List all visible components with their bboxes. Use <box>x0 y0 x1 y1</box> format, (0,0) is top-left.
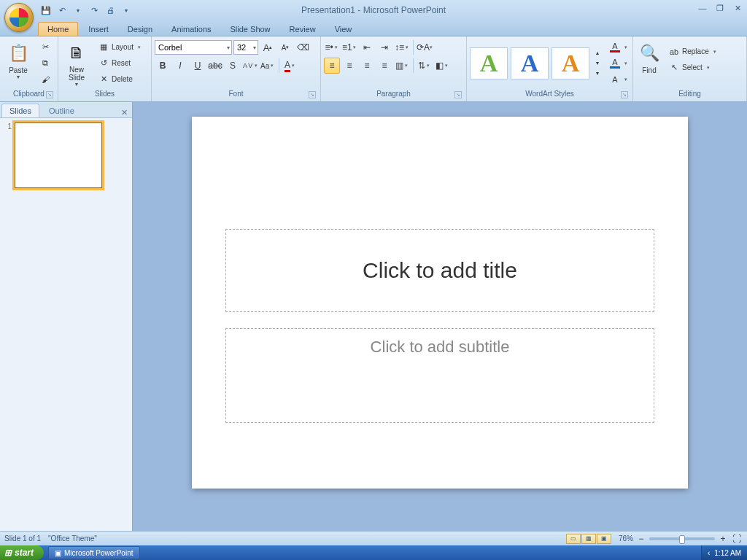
convert-smartart-button[interactable]: ◧▾ <box>434 58 450 74</box>
dialog-launcher-icon[interactable]: ↘ <box>621 91 628 98</box>
format-painter-button[interactable]: 🖌 <box>36 71 55 87</box>
office-button[interactable] <box>4 3 34 32</box>
tray-expand-icon[interactable]: ‹ <box>708 549 710 557</box>
paste-button[interactable]: 📋 Paste ▼ <box>3 39 34 88</box>
quick-print-icon[interactable]: 🖨 <box>104 4 117 17</box>
close-button[interactable]: ✕ <box>731 3 744 13</box>
tab-animations[interactable]: Animations <box>163 23 220 36</box>
tab-slideshow[interactable]: Slide Show <box>222 23 279 36</box>
group-label: Clipboard <box>13 90 44 98</box>
close-panel-icon[interactable]: ✕ <box>121 108 128 117</box>
new-slide-button[interactable]: 🗎 New Slide ▼ <box>61 39 92 88</box>
dialog-launcher-icon[interactable]: ↘ <box>46 91 53 98</box>
sorter-view-button[interactable]: ▦ <box>581 534 596 544</box>
clock: 1:12 AM <box>714 549 741 557</box>
subtitle-placeholder[interactable]: Click to add subtitle <box>225 328 654 423</box>
window-title: Presentation1 - Microsoft PowerPoint <box>301 5 446 15</box>
undo-icon[interactable]: ↶ <box>55 4 69 17</box>
tab-design[interactable]: Design <box>119 23 161 36</box>
increase-indent-button[interactable]: ⇥ <box>376 39 392 55</box>
binoculars-icon: 🔍 <box>638 42 661 65</box>
taskbar-app-powerpoint[interactable]: ▣ Microsoft PowerPoint <box>48 546 139 559</box>
dialog-launcher-icon[interactable]: ↘ <box>309 91 316 98</box>
redo-icon[interactable]: ↷ <box>88 4 101 17</box>
bullets-button[interactable]: ≡•▾ <box>324 39 340 55</box>
tab-view[interactable]: View <box>326 23 361 36</box>
taskbar: ⊞ start ▣ Microsoft PowerPoint ‹ 1:12 AM <box>0 545 747 560</box>
decrease-indent-button[interactable]: ⇤ <box>359 39 375 55</box>
align-left-icon: ≡ <box>329 61 334 71</box>
save-icon[interactable]: 💾 <box>39 4 53 17</box>
zoom-out-button[interactable]: − <box>636 534 646 544</box>
wordart-style-3[interactable]: A <box>551 47 589 79</box>
gallery-up-button[interactable]: ▴ <box>592 48 603 58</box>
slideshow-view-button[interactable]: ▣ <box>597 534 611 544</box>
font-color-button[interactable]: A▾ <box>282 58 298 74</box>
align-center-button[interactable]: ≡ <box>341 58 357 74</box>
select-button[interactable]: ↖Select▾ <box>665 60 722 75</box>
copy-button[interactable]: ⧉ <box>36 55 55 71</box>
underline-button[interactable]: U <box>190 58 206 74</box>
shrink-font-icon: A <box>282 44 287 52</box>
undo-dropdown-icon[interactable]: ▼ <box>71 4 85 17</box>
tab-outline[interactable]: Outline <box>41 104 82 117</box>
cut-button[interactable]: ✂ <box>36 39 55 55</box>
normal-view-button[interactable]: ▭ <box>566 534 581 544</box>
justify-button[interactable]: ≡ <box>376 58 392 74</box>
group-label: Editing <box>678 90 701 98</box>
line-spacing-icon: ↕≡ <box>395 42 404 52</box>
line-spacing-button[interactable]: ↕≡▾ <box>394 39 410 55</box>
tab-review[interactable]: Review <box>281 23 325 36</box>
gallery-more-button[interactable]: ▾ <box>592 69 603 79</box>
slide-editor[interactable]: Click to add title Click to add subtitle <box>133 102 747 531</box>
zoom-level[interactable]: 76% <box>619 534 633 542</box>
text-outline-button[interactable]: A▾ <box>605 55 633 71</box>
qat-dropdown-icon[interactable]: ▼ <box>120 4 133 17</box>
shrink-font-button[interactable]: A▾ <box>277 39 293 55</box>
grow-font-button[interactable]: A▴ <box>260 39 276 55</box>
bold-button[interactable]: B <box>155 58 171 74</box>
status-bar: Slide 1 of 1 "Office Theme" ▭ ▦ ▣ 76% − … <box>0 531 747 545</box>
find-button[interactable]: 🔍 Find <box>636 39 662 88</box>
italic-button[interactable]: I <box>172 58 188 74</box>
text-effects-button[interactable]: A▾ <box>605 71 633 87</box>
clear-formatting-button[interactable]: ⌫ <box>295 39 311 55</box>
slide-canvas[interactable]: Click to add title Click to add subtitle <box>192 117 688 489</box>
numbering-button[interactable]: ≡1▾ <box>341 39 357 55</box>
tab-home[interactable]: Home <box>38 22 78 36</box>
text-direction-button[interactable]: ⟳A▾ <box>417 39 433 55</box>
align-left-button[interactable]: ≡ <box>324 58 340 74</box>
fit-window-button[interactable]: ⛶ <box>731 534 743 544</box>
change-case-button[interactable]: Aa▾ <box>260 58 276 74</box>
chevron-down-icon: ▼ <box>74 82 80 87</box>
slide-number: 1 <box>4 122 12 188</box>
layout-button[interactable]: ▦Layout▾ <box>94 39 147 55</box>
wordart-style-1[interactable]: A <box>470 47 508 79</box>
system-tray[interactable]: ‹ 1:12 AM <box>701 545 747 560</box>
wordart-style-2[interactable]: A <box>511 47 549 79</box>
font-name-combo[interactable]: Corbel <box>155 40 232 55</box>
align-text-button[interactable]: ⇅▾ <box>417 58 433 74</box>
zoom-slider[interactable] <box>649 537 715 540</box>
replace-button[interactable]: abReplace▾ <box>665 44 722 59</box>
strike-button[interactable]: abc <box>207 58 223 74</box>
gallery-down-button[interactable]: ▾ <box>592 58 603 69</box>
tab-slides[interactable]: Slides <box>1 104 39 117</box>
restore-button[interactable]: ❐ <box>713 3 727 13</box>
dialog-launcher-icon[interactable]: ↘ <box>454 91 462 98</box>
title-placeholder[interactable]: Click to add title <box>225 229 654 312</box>
char-spacing-button[interactable]: AV▾ <box>242 58 258 74</box>
minimize-button[interactable]: — <box>696 3 709 13</box>
slide-thumbnail[interactable]: 1 <box>4 122 128 188</box>
font-size-combo[interactable]: 32 <box>233 40 258 55</box>
text-fill-button[interactable]: A▾ <box>605 39 633 55</box>
tab-insert[interactable]: Insert <box>80 23 117 36</box>
zoom-in-button[interactable]: + <box>718 534 728 544</box>
delete-button[interactable]: ✕Delete <box>94 71 147 87</box>
reset-button[interactable]: ↺Reset <box>94 55 147 71</box>
align-right-button[interactable]: ≡ <box>359 58 375 74</box>
start-button[interactable]: ⊞ start <box>0 545 44 560</box>
columns-button[interactable]: ▥▾ <box>394 58 410 74</box>
shadow-button[interactable]: S <box>225 58 241 74</box>
slides-panel: Slides Outline ✕ 1 <box>0 102 133 531</box>
